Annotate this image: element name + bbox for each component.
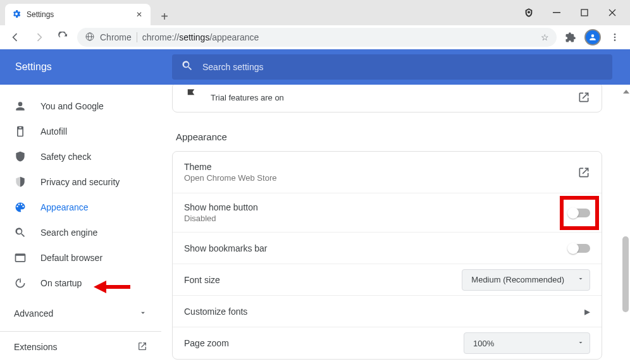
bookmarks-bar-label: Show bookmarks bar xyxy=(184,243,569,253)
open-external-icon xyxy=(137,341,147,353)
sidebar-advanced-toggle[interactable]: Advanced xyxy=(0,301,161,326)
gear-icon xyxy=(11,9,27,21)
show-home-button-row: Show home button Disabled xyxy=(173,193,602,233)
show-bookmarks-bar-row: Show bookmarks bar xyxy=(173,233,602,264)
appearance-section-title: Appearance xyxy=(176,131,602,142)
sidebar-item-label: You and Google xyxy=(40,101,104,111)
bookmark-star-icon[interactable]: ☆ xyxy=(541,32,549,42)
svg-rect-1 xyxy=(553,12,560,13)
sidebar-advanced-label: Advanced xyxy=(14,308,53,318)
address-bar[interactable]: Chrome chrome://settings/appearance ☆ xyxy=(77,28,557,47)
site-info-icon[interactable] xyxy=(85,32,95,44)
page-zoom-row: Page zoom 100% xyxy=(173,327,602,359)
window-close-button[interactable] xyxy=(598,3,626,23)
theme-sublabel: Open Chrome Web Store xyxy=(184,173,578,183)
sidebar-item-label: Autofill xyxy=(40,126,67,136)
home-button-label: Show home button xyxy=(184,202,569,212)
settings-body: You and Google Autofill Safety check Pri… xyxy=(0,85,630,364)
sidebar-item-on-startup[interactable]: On startup xyxy=(0,270,161,296)
forward-button[interactable] xyxy=(29,27,49,47)
open-external-icon[interactable] xyxy=(578,166,590,179)
chevron-down-icon xyxy=(139,308,147,319)
settings-content: Trial features are on Appearance Theme O… xyxy=(162,85,630,364)
sidebar-item-you-and-google[interactable]: You and Google xyxy=(0,94,161,119)
window-minimize-button[interactable] xyxy=(543,3,571,23)
tab-close-icon[interactable]: ✕ xyxy=(134,10,144,19)
chevron-down-icon xyxy=(577,275,584,284)
sidebar-item-label: On startup xyxy=(40,278,82,288)
divider xyxy=(0,331,161,332)
chrome-menu-button[interactable] xyxy=(605,27,625,47)
omnibox-chip: Chrome xyxy=(100,32,137,42)
home-button-toggle[interactable] xyxy=(569,209,590,217)
sidebar-item-privacy-security[interactable]: Privacy and security xyxy=(0,169,161,195)
omnibox-url: chrome://settings/appearance xyxy=(142,32,259,42)
tab-title: Settings xyxy=(27,10,134,19)
search-icon xyxy=(181,59,194,75)
security-indicator-icon[interactable] xyxy=(524,8,534,18)
browser-tab-settings[interactable]: Settings ✕ xyxy=(5,4,151,25)
appearance-panel: Theme Open Chrome Web Store Show home bu… xyxy=(172,151,602,360)
font-size-label: Font size xyxy=(184,275,462,285)
chevron-down-icon xyxy=(577,339,584,348)
customize-fonts-label: Customize fonts xyxy=(184,306,584,317)
page-zoom-value: 100% xyxy=(473,339,494,348)
content-scrollbar[interactable] xyxy=(621,85,630,364)
scroll-up-icon[interactable] xyxy=(623,90,629,94)
home-button-sublabel: Disabled xyxy=(184,214,569,223)
tab-strip: Settings ✕ + xyxy=(0,0,524,25)
sidebar-item-label: Privacy and security xyxy=(40,177,120,187)
settings-sidebar: You and Google Autofill Safety check Pri… xyxy=(0,85,162,364)
sidebar-item-autofill[interactable]: Autofill xyxy=(0,119,161,144)
customize-fonts-row[interactable]: Customize fonts ▸ xyxy=(173,296,602,327)
trial-features-card[interactable]: Trial features are on xyxy=(172,85,602,112)
svg-point-0 xyxy=(528,11,530,13)
open-external-icon[interactable] xyxy=(578,91,590,104)
font-size-value: Medium (Recommended) xyxy=(471,275,564,284)
new-tab-button[interactable]: + xyxy=(156,8,173,25)
svg-rect-2 xyxy=(581,9,588,16)
window-controls xyxy=(524,0,630,25)
page-zoom-label: Page zoom xyxy=(184,338,464,348)
svg-point-8 xyxy=(614,33,616,35)
sidebar-extensions-label: Extensions xyxy=(14,342,57,352)
sidebar-item-default-browser[interactable]: Default browser xyxy=(0,245,161,270)
settings-header: Settings xyxy=(0,49,630,85)
sidebar-item-safety-check[interactable]: Safety check xyxy=(0,144,161,169)
sidebar-item-label: Appearance xyxy=(40,202,89,212)
settings-search[interactable] xyxy=(172,54,612,80)
extensions-button[interactable] xyxy=(560,27,581,47)
bookmarks-bar-toggle[interactable] xyxy=(569,244,590,253)
reload-button[interactable] xyxy=(53,27,73,47)
chevron-right-icon: ▸ xyxy=(584,305,590,318)
font-size-row: Font size Medium (Recommended) xyxy=(173,264,602,296)
sidebar-item-label: Safety check xyxy=(40,152,91,162)
sidebar-item-appearance[interactable]: Appearance xyxy=(0,195,161,220)
font-size-dropdown[interactable]: Medium (Recommended) xyxy=(462,269,590,291)
svg-point-10 xyxy=(614,39,616,41)
profile-avatar[interactable] xyxy=(584,29,601,46)
page-zoom-dropdown[interactable]: 100% xyxy=(464,332,590,354)
sidebar-extensions-link[interactable]: Extensions xyxy=(0,334,161,360)
sidebar-item-search-engine[interactable]: Search engine xyxy=(0,220,161,245)
sidebar-item-label: Default browser xyxy=(40,253,102,263)
theme-label: Theme xyxy=(184,162,578,172)
scrollbar-thumb[interactable] xyxy=(622,236,629,312)
window-titlebar: Settings ✕ + xyxy=(0,0,630,25)
back-button[interactable] xyxy=(5,27,25,47)
svg-point-9 xyxy=(614,37,616,39)
theme-row[interactable]: Theme Open Chrome Web Store xyxy=(173,152,602,193)
page-title: Settings xyxy=(15,61,172,73)
window-maximize-button[interactable] xyxy=(571,3,598,23)
sidebar-item-label: Search engine xyxy=(40,228,97,238)
browser-toolbar: Chrome chrome://settings/appearance ☆ xyxy=(0,25,630,49)
flag-icon xyxy=(184,88,198,99)
search-input[interactable] xyxy=(202,62,603,72)
trial-message: Trial features are on xyxy=(211,93,284,102)
